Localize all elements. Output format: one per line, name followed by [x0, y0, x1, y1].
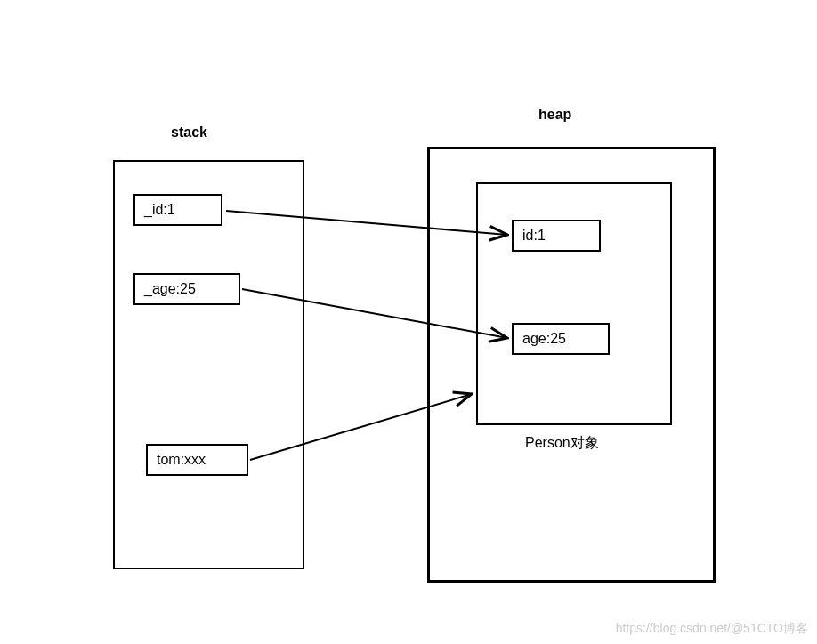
watermark: https://blog.csdn.net/@51CTO博客 — [616, 621, 808, 637]
stack-item-id: _id:1 — [133, 194, 222, 226]
person-object-box — [476, 182, 672, 425]
stack-item-age: _age:25 — [133, 273, 240, 305]
heap-label: heap — [538, 107, 571, 123]
heap-item-id: id:1 — [512, 220, 601, 252]
stack-label: stack — [171, 125, 207, 141]
person-object-label: Person对象 — [525, 434, 599, 453]
heap-item-age: age:25 — [512, 323, 610, 355]
stack-item-tom: tom:xxx — [146, 444, 248, 476]
